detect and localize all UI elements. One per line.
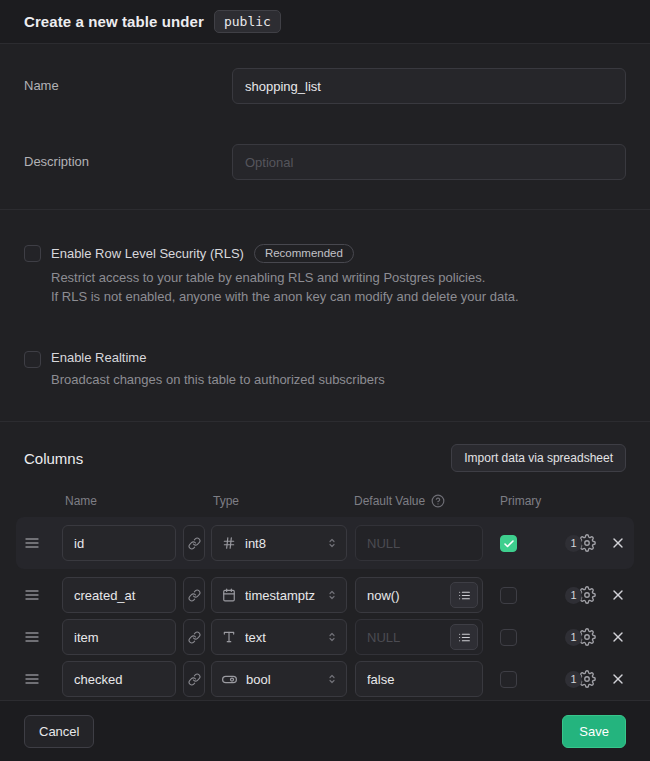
header-name: Name — [65, 494, 97, 508]
header-primary: Primary — [500, 494, 541, 508]
foreign-key-link-icon[interactable] — [183, 661, 205, 697]
column-settings-button[interactable]: 1 — [565, 670, 596, 688]
calendar-icon — [222, 588, 236, 602]
settings-count-badge: 1 — [565, 587, 582, 604]
remove-column-button[interactable] — [610, 629, 626, 645]
dialog-header: Create a new table under public — [0, 0, 650, 44]
foreign-key-link-icon[interactable] — [183, 577, 205, 613]
table-name-input[interactable] — [232, 68, 626, 104]
drag-handle-icon[interactable] — [24, 629, 40, 645]
primary-checkbox[interactable] — [500, 587, 517, 604]
columns-title: Columns — [24, 450, 83, 467]
column-settings-button[interactable]: 1 — [565, 586, 596, 604]
columns-section: Columns Import data via spreadsheet Name… — [0, 421, 650, 700]
column-default-input[interactable] — [355, 661, 483, 697]
toggles-section: Enable Row Level Security (RLS) Recommen… — [0, 209, 650, 421]
column-name-input[interactable] — [62, 619, 176, 655]
help-circle-icon[interactable] — [431, 494, 445, 508]
save-button[interactable]: Save — [562, 715, 626, 748]
chevrons-up-down-icon — [326, 589, 338, 601]
column-name-input[interactable] — [62, 661, 176, 697]
settings-count-badge: 1 — [565, 535, 582, 552]
rls-description: Restrict access to your table by enablin… — [51, 268, 519, 306]
column-row-created-at: timestamptz 1 — [24, 577, 626, 613]
columns-grid-headers: Name Type Default Value Primary — [24, 494, 626, 508]
chevrons-up-down-icon — [326, 631, 338, 643]
header-type: Type — [213, 494, 239, 508]
rls-checkbox[interactable] — [24, 245, 41, 262]
column-row-panel: int8 1 — [16, 517, 634, 569]
drag-handle-icon[interactable] — [24, 535, 40, 551]
description-label: Description — [24, 144, 232, 169]
realtime-label: Enable Realtime — [51, 350, 146, 365]
schema-badge: public — [214, 10, 281, 33]
default-value-suggestions-button[interactable] — [450, 582, 478, 608]
column-row-item: text 1 — [24, 619, 626, 655]
rls-label: Enable Row Level Security (RLS) — [51, 246, 244, 261]
dialog-footer: Cancel Save — [0, 700, 650, 761]
column-row-id: int8 1 — [24, 525, 626, 561]
dialog-title: Create a new table under — [24, 13, 204, 30]
remove-column-button[interactable] — [610, 671, 626, 687]
foreign-key-link-icon[interactable] — [183, 619, 205, 655]
chevrons-up-down-icon — [326, 673, 338, 685]
default-value-suggestions-button[interactable] — [450, 624, 478, 650]
column-name-input[interactable] — [62, 525, 176, 561]
realtime-checkbox[interactable] — [24, 351, 41, 368]
column-type-select[interactable]: bool — [211, 661, 347, 697]
foreign-key-link-icon[interactable] — [183, 525, 205, 561]
column-settings-button[interactable]: 1 — [565, 534, 596, 552]
column-type-select[interactable]: timestamptz — [211, 577, 347, 613]
remove-column-button[interactable] — [610, 535, 626, 551]
drag-handle-icon[interactable] — [24, 671, 40, 687]
column-type-select[interactable]: int8 — [211, 525, 347, 561]
toggle-icon — [222, 672, 237, 687]
column-type-select[interactable]: text — [211, 619, 347, 655]
cancel-button[interactable]: Cancel — [24, 715, 94, 748]
drag-handle-icon[interactable] — [24, 587, 40, 603]
table-info-section: Name Description — [0, 44, 650, 209]
chevrons-up-down-icon — [326, 537, 338, 549]
name-label: Name — [24, 68, 232, 93]
hash-icon — [222, 536, 236, 550]
header-default-value: Default Value — [354, 494, 445, 508]
table-description-input[interactable] — [232, 144, 626, 180]
realtime-description: Broadcast changes on this table to autho… — [51, 370, 385, 389]
primary-checkbox[interactable] — [500, 671, 517, 688]
text-icon — [222, 630, 236, 644]
column-row-checked: bool 1 — [24, 661, 626, 697]
remove-column-button[interactable] — [610, 587, 626, 603]
settings-count-badge: 1 — [565, 671, 582, 688]
import-spreadsheet-button[interactable]: Import data via spreadsheet — [451, 444, 626, 472]
primary-checkbox[interactable] — [500, 535, 517, 552]
recommended-badge: Recommended — [254, 244, 354, 263]
column-default-input — [355, 525, 483, 561]
primary-checkbox[interactable] — [500, 629, 517, 646]
settings-count-badge: 1 — [565, 629, 582, 646]
column-settings-button[interactable]: 1 — [565, 628, 596, 646]
column-name-input[interactable] — [62, 577, 176, 613]
